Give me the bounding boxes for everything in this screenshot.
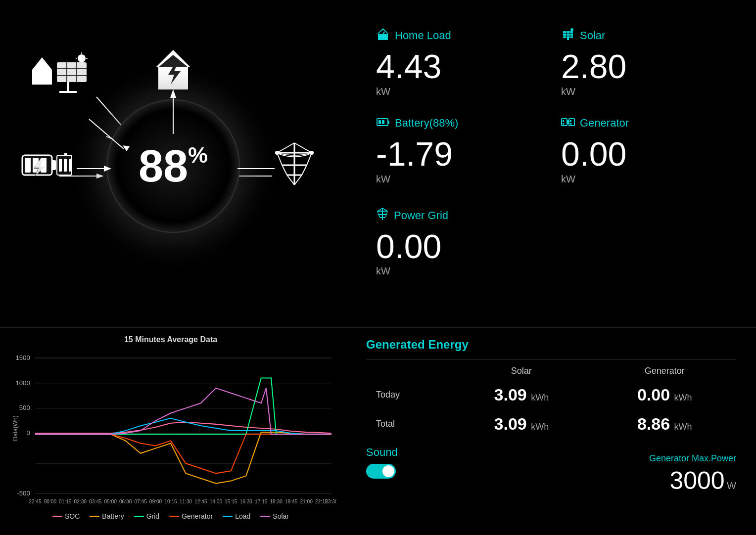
svg-text:00:00: 00:00 [44,499,57,504]
svg-rect-37 [64,159,67,172]
legend-soc-label: SOC [65,512,80,520]
today-gen-value: 0.00 kWh [593,380,736,409]
legend-soc: SOC [52,512,80,520]
svg-rect-81 [570,123,571,125]
svg-point-69 [570,28,573,31]
svg-marker-8 [96,174,104,178]
svg-rect-76 [569,119,574,126]
generated-energy-table: Solar Generator Today 3.09 kWh 0.00 kWh [366,362,736,439]
legend-battery-label: Battery [102,512,124,520]
svg-line-89 [386,211,387,215]
svg-text:02:30: 02:30 [74,499,87,504]
svg-rect-70 [567,38,569,40]
svg-rect-79 [570,120,571,122]
svg-marker-10 [32,57,52,70]
table-row-total: Total 3.09 kWh 8.86 kWh [366,409,736,439]
home-load-label: Home Load [395,29,451,42]
svg-text:17:15: 17:15 [255,499,268,504]
svg-text:16:30: 16:30 [240,499,253,504]
svg-text:19:45: 19:45 [285,499,298,504]
gen-max-label: Generator Max.Power [649,453,736,464]
home-load-stat: Home Load 4.43 kW [366,20,551,107]
svg-rect-9 [32,70,52,85]
legend-grid-label: Grid [146,512,159,520]
svg-text:1000: 1000 [15,379,30,387]
svg-rect-72 [388,121,389,124]
svg-rect-35 [64,153,67,156]
chart-title: 15 Minutes Average Data [5,335,336,344]
chart-svg: 1500 1000 500 0 -500 22:45 00:00 01:15 0… [5,347,336,510]
svg-rect-28 [52,160,56,170]
svg-rect-80 [563,123,564,125]
svg-line-43 [277,143,294,153]
svg-text:21:00: 21:00 [300,499,313,504]
svg-rect-74 [382,120,384,124]
chart-legend: SOC Battery Grid Generator Load Solar [5,512,336,520]
battery-percent-value: 88 [139,144,188,188]
solar-stat: Solar 2.80 kW [551,20,736,107]
svg-rect-21 [67,82,69,92]
generator-stat-label: Generator [580,117,629,130]
svg-text:07:45: 07:45 [134,499,147,504]
legend-load-label: Load [235,512,250,520]
svg-text:1500: 1500 [15,354,30,361]
chart-y-label: Data(Wh) [12,415,19,441]
total-gen-value: 8.86 kWh [593,409,736,439]
svg-text:14:00: 14:00 [210,499,223,504]
energy-flow-diagram: 88% [0,10,346,322]
svg-point-16 [78,54,86,62]
power-grid-value: 0.00 [376,228,726,265]
generated-energy-title: Generated Energy [366,338,736,352]
svg-text:12:45: 12:45 [194,499,207,504]
svg-rect-75 [562,119,567,126]
svg-text:15:15: 15:15 [225,499,237,504]
svg-line-47 [282,165,287,175]
chart-area: 15 Minutes Average Data Data(Wh) 1500 10… [0,328,346,535]
home-load-unit: kW [376,86,541,97]
battery-inverter-icon [20,148,74,184]
sound-toggle[interactable] [366,464,396,479]
svg-rect-73 [378,120,381,124]
battery-percent-sign: % [188,144,208,166]
solar-unit: kW [561,86,726,97]
power-grid-unit: kW [376,266,726,277]
row-label-total: Total [366,409,450,439]
legend-grid: Grid [134,512,159,520]
svg-rect-22 [59,91,77,93]
legend-load: Load [223,512,250,520]
battery-stat-unit: kW [376,174,541,185]
svg-text:11:30: 11:30 [180,499,192,504]
power-grid-stat: Power Grid 0.00 kW [366,200,736,287]
svg-text:06:30: 06:30 [119,499,132,504]
home-load-icon [153,47,193,94]
legend-generator-label: Generator [182,512,213,520]
svg-text:03:45: 03:45 [89,499,102,504]
battery-stat-value: -1.79 [376,135,541,173]
svg-rect-77 [567,120,569,124]
gen-max-unit: W [727,480,736,491]
toggle-knob [382,465,394,477]
power-grid-label: Power Grid [394,209,448,222]
svg-text:23:30: 23:30 [325,499,336,504]
legend-solar: Solar [260,512,289,520]
battery-stat-label: Battery(88%) [395,117,458,130]
svg-line-44 [294,143,312,153]
svg-rect-11 [57,62,87,82]
col-header-empty [366,362,450,380]
svg-text:09:00: 09:00 [149,499,162,504]
col-header-generator: Generator [593,362,736,380]
svg-rect-36 [59,159,62,172]
solar-panel-icon [30,52,89,99]
svg-text:0: 0 [26,429,30,437]
svg-text:05:00: 05:00 [104,499,117,504]
home-load-value: 4.43 [376,48,541,85]
svg-rect-64 [563,31,573,38]
legend-solar-label: Solar [273,512,289,520]
legend-generator: Generator [169,512,213,520]
battery-stat: Battery(88%) -1.79 kW [366,107,551,195]
svg-text:01:15: 01:15 [59,499,72,504]
battery-stat-icon [376,115,390,132]
solar-icon-label [561,27,575,44]
total-solar-value: 3.09 kWh [450,409,593,439]
power-grid-icon [272,140,317,192]
